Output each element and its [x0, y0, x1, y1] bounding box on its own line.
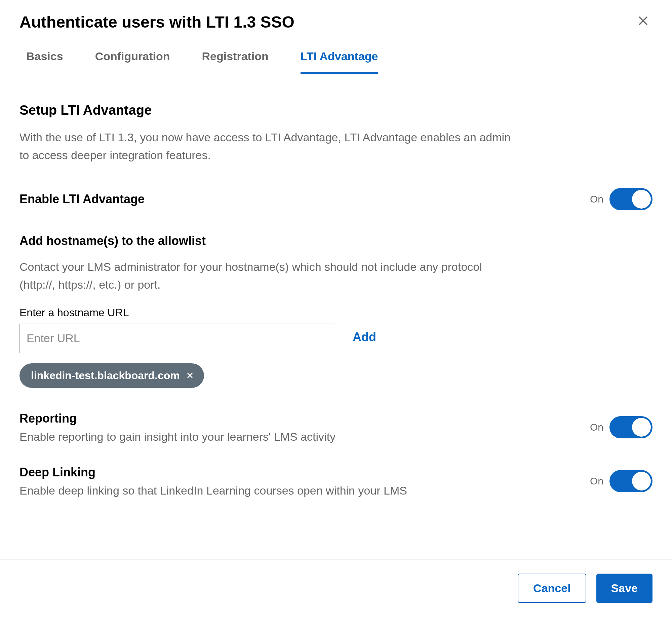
- tab-registration[interactable]: Registration: [202, 50, 268, 74]
- reporting-row: Reporting Enable reporting to gain insig…: [19, 411, 653, 443]
- deep-linking-toggle-state: On: [590, 475, 603, 487]
- save-button[interactable]: Save: [596, 574, 653, 603]
- toggle-thumb: [632, 418, 651, 437]
- tab-basics[interactable]: Basics: [26, 50, 63, 74]
- toggle-thumb: [632, 472, 651, 491]
- hostname-title: Add hostname(s) to the allowlist: [19, 234, 653, 248]
- close-button[interactable]: [634, 11, 653, 30]
- reporting-description: Enable reporting to gain insight into yo…: [19, 430, 590, 443]
- close-icon: [636, 14, 650, 28]
- enable-lti-title: Enable LTI Advantage: [19, 192, 590, 206]
- deep-linking-description: Enable deep linking so that LinkedIn Lea…: [19, 484, 590, 497]
- hostname-description: Contact your LMS administrator for your …: [19, 258, 514, 293]
- tab-bar: Basics Configuration Registration LTI Ad…: [0, 31, 672, 74]
- deep-linking-row: Deep Linking Enable deep linking so that…: [19, 465, 653, 497]
- deep-linking-title: Deep Linking: [19, 465, 590, 479]
- hostname-chip[interactable]: linkedin-test.blackboard.com: [19, 363, 204, 388]
- enable-toggle-state: On: [590, 193, 603, 205]
- tab-lti-advantage[interactable]: LTI Advantage: [301, 50, 378, 74]
- reporting-toggle-group: On: [590, 416, 653, 438]
- tab-configuration[interactable]: Configuration: [95, 50, 170, 74]
- toggle-thumb: [632, 190, 651, 209]
- section-setup-description: With the use of LTI 1.3, you now have ac…: [19, 129, 514, 164]
- dialog-header: Authenticate users with LTI 1.3 SSO: [0, 0, 672, 31]
- chip-remove-button[interactable]: [186, 371, 194, 379]
- hostname-section: Add hostname(s) to the allowlist Contact…: [19, 234, 653, 388]
- cancel-button[interactable]: Cancel: [518, 574, 586, 603]
- deep-linking-label-group: Deep Linking Enable deep linking so that…: [19, 465, 590, 497]
- deep-linking-toggle-group: On: [590, 470, 653, 492]
- close-icon: [186, 371, 194, 379]
- enable-label-group: Enable LTI Advantage: [19, 192, 590, 206]
- reporting-toggle-state: On: [590, 422, 603, 433]
- dialog-footer: Cancel Save: [0, 559, 672, 617]
- section-setup-title: Setup LTI Advantage: [19, 103, 653, 118]
- dialog-content: Setup LTI Advantage With the use of LTI …: [0, 74, 672, 559]
- deep-linking-toggle[interactable]: [609, 470, 653, 492]
- enable-lti-toggle[interactable]: [609, 188, 653, 210]
- reporting-toggle[interactable]: [609, 416, 653, 438]
- hostname-input[interactable]: [19, 324, 334, 353]
- sso-config-dialog: Authenticate users with LTI 1.3 SSO Basi…: [0, 0, 672, 617]
- add-hostname-button[interactable]: Add: [353, 330, 376, 344]
- hostname-chip-label: linkedin-test.blackboard.com: [31, 369, 180, 382]
- dialog-title: Authenticate users with LTI 1.3 SSO: [19, 13, 294, 31]
- reporting-label-group: Reporting Enable reporting to gain insig…: [19, 411, 590, 443]
- hostname-input-row: Add: [19, 324, 653, 353]
- hostname-input-label: Enter a hostname URL: [19, 306, 653, 319]
- enable-toggle-group: On: [590, 188, 653, 210]
- enable-lti-advantage-row: Enable LTI Advantage On: [19, 188, 653, 210]
- hostname-chip-row: linkedin-test.blackboard.com: [19, 363, 653, 388]
- reporting-title: Reporting: [19, 411, 590, 426]
